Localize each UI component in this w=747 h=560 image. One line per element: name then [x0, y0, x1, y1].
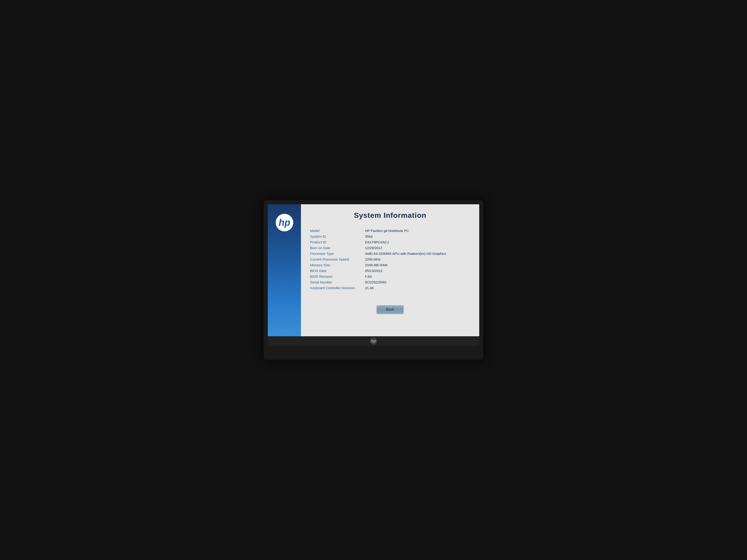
table-row: Born on Date12/28/2012 — [310, 246, 470, 250]
table-row: Processor TypeAMD A4-3330MX APU with Rad… — [310, 251, 470, 256]
field-label: Current Processor Speed — [310, 257, 365, 261]
hp-logo-icon: hp — [275, 213, 293, 232]
svg-text:hp: hp — [279, 217, 290, 228]
field-label: BIOS Revision — [310, 274, 365, 278]
field-label: Model — [310, 229, 365, 233]
sidebar: hp — [268, 204, 301, 337]
page-title: System Information — [354, 211, 427, 220]
screen: hp System Information ModelHP Pavilion g… — [268, 204, 479, 337]
table-row: Product IDD4X79PC#ACJ — [310, 240, 470, 244]
field-value: 21.46 — [365, 286, 374, 290]
main-content: System Information ModelHP Pavilion g4 N… — [301, 204, 479, 337]
table-row: BIOS Date05/13/2013 — [310, 269, 470, 273]
table-row: Serial Number5CD2522R9G — [310, 280, 470, 284]
table-row: Current Processor Speed2200 MHz — [310, 257, 470, 261]
field-value: HP Pavilion g4 Notebook PC — [365, 229, 409, 233]
monitor-outer: hp System Information ModelHP Pavilion g… — [264, 200, 483, 360]
field-value: 3564 — [365, 235, 372, 238]
field-label: BIOS Date — [310, 269, 365, 273]
field-value: 5CD2522R9G — [365, 280, 387, 284]
field-value: 12/28/2012 — [365, 246, 382, 250]
field-value: 2200 MHz — [365, 257, 381, 261]
field-label: Processor Type — [310, 251, 365, 256]
field-value: D4X79PC#ACJ — [365, 240, 389, 244]
field-label: Memory Size — [310, 263, 365, 267]
svg-text:hp: hp — [371, 339, 376, 343]
field-value: 2048 MB RAM — [365, 263, 387, 267]
table-row: System ID3564 — [310, 235, 470, 238]
hp-bottom-logo-icon: hp — [370, 338, 377, 345]
field-label: Product ID — [310, 240, 365, 244]
table-row: Memory Size2048 MB RAM — [310, 263, 470, 267]
field-value: AMD A4-3330MX APU with Radeon(tm) HD Gra… — [365, 251, 446, 256]
monitor-bottom-bar: hp — [268, 336, 479, 346]
field-label: System ID — [310, 235, 365, 238]
field-value: F.6A — [365, 274, 372, 278]
system-info-table: ModelHP Pavilion g4 Notebook PCSystem ID… — [310, 229, 470, 292]
table-row: ModelHP Pavilion g4 Notebook PC — [310, 229, 470, 233]
field-label: Keyboard Controller Revision — [310, 286, 365, 290]
field-label: Born on Date — [310, 246, 365, 250]
table-row: Keyboard Controller Revision21.46 — [310, 286, 470, 290]
field-value: 05/13/2013 — [365, 269, 382, 273]
back-button[interactable]: Back — [377, 305, 404, 314]
table-row: BIOS RevisionF.6A — [310, 274, 470, 278]
field-label: Serial Number — [310, 280, 365, 284]
